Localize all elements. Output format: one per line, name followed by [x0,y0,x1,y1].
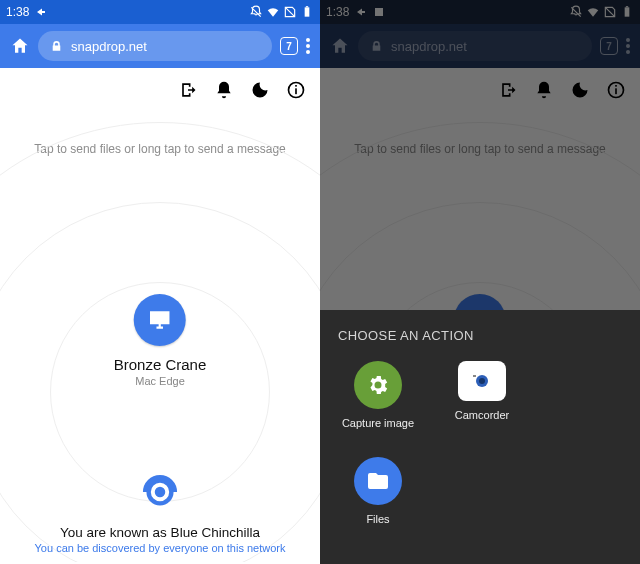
action-camcorder[interactable]: Camcorder [442,361,522,429]
beacon-icon [139,471,181,513]
action-label: Capture image [342,417,414,429]
nav-arrow-icon [35,6,47,18]
camcorder-icon [458,361,506,401]
tab-count[interactable]: 7 [280,37,298,55]
svg-rect-1 [306,6,308,7]
you-region: You are known as Blue Chinchilla You can… [0,471,320,554]
battery-icon [300,5,314,19]
bell-icon[interactable] [214,80,234,100]
wifi-icon [266,5,280,19]
lock-icon [50,40,63,53]
svg-rect-0 [305,7,310,16]
url-text: snapdrop.net [71,39,147,54]
action-label: Camcorder [455,409,509,421]
folder-icon [354,457,402,505]
svg-point-14 [479,378,485,384]
sheet-title: CHOOSE AN ACTION [338,328,622,343]
you-sub: You can be discovered by everyone on thi… [0,542,320,554]
desktop-icon [147,307,173,333]
install-icon[interactable] [178,80,198,100]
url-box[interactable]: snapdrop.net [38,31,272,61]
phone-left: 1:38 snapdrop.net 7 [0,0,320,564]
home-icon[interactable] [10,36,30,56]
status-bar: 1:38 [0,0,320,24]
dark-mode-icon[interactable] [250,80,270,100]
svg-point-5 [155,487,166,498]
action-sheet: CHOOSE AN ACTION Capture image Camcorder… [320,310,640,564]
svg-rect-4 [295,85,297,87]
phone-right: 1:38 snapdrop.net 7 [320,0,640,564]
peer-name: Bronze Crane [114,356,207,373]
peer-sub: Mac Edge [114,375,207,387]
app-toolbar [0,68,320,106]
status-time: 1:38 [6,5,29,19]
camera-settings-icon [354,361,402,409]
svg-rect-15 [473,375,476,377]
action-capture-image[interactable]: Capture image [338,361,418,429]
action-files[interactable]: Files [338,457,418,525]
app-content: Tap to send files or long tap to send a … [0,106,320,562]
action-label: Files [366,513,389,525]
peer-avatar [134,294,186,346]
svg-rect-3 [295,88,297,94]
browser-menu-icon[interactable] [306,38,310,54]
you-name: You are known as Blue Chinchilla [0,525,320,540]
info-icon[interactable] [286,80,306,100]
silent-icon [249,5,263,19]
no-sim-icon [283,5,297,19]
browser-bar: snapdrop.net 7 [0,24,320,68]
peer-device[interactable]: Bronze Crane Mac Edge [114,294,207,387]
